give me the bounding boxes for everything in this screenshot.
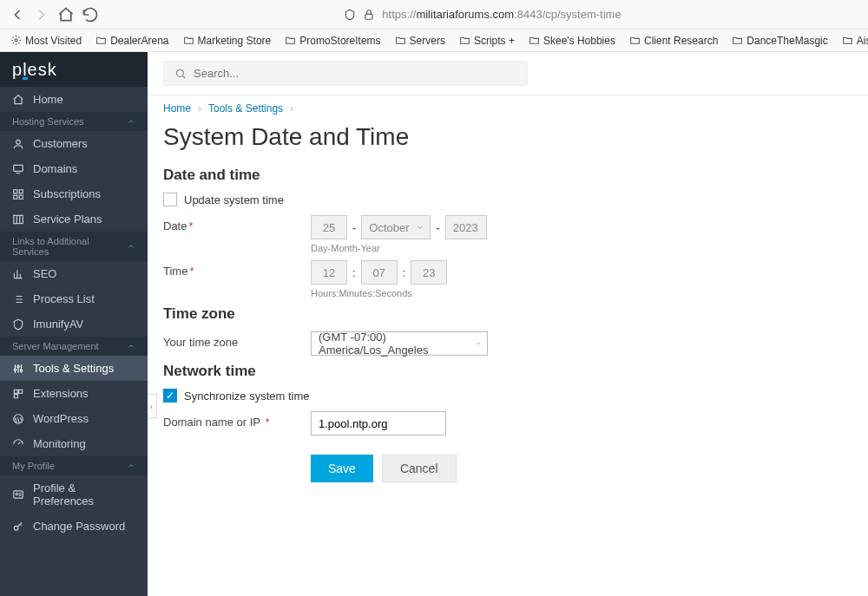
svg-rect-5 (19, 189, 23, 193)
svg-rect-6 (14, 195, 17, 199)
chevron-up-icon (127, 342, 135, 350)
svg-point-1 (15, 39, 17, 42)
forward-button[interactable] (33, 6, 50, 23)
checkbox-icon[interactable] (163, 193, 177, 206)
bookmark-item[interactable]: Most Visited (5, 33, 87, 49)
update-system-time-checkbox[interactable]: Update system time (163, 193, 852, 206)
list-icon (12, 293, 24, 305)
main-content: ‹ Home › Tools & Settings › System Date … (148, 52, 868, 596)
sidebar-subscriptions[interactable]: Subscriptions (0, 181, 148, 206)
date-month-select[interactable]: October (361, 215, 431, 239)
chart-icon (12, 268, 24, 280)
sidebar-item-label: WordPress (33, 412, 89, 425)
bookmark-item[interactable]: DealerArena (90, 33, 174, 49)
sidebar-processlist[interactable]: Process List (0, 286, 148, 311)
bookmark-item[interactable]: Aisin Website (837, 33, 868, 49)
bookmark-item[interactable]: Skee's Hobbies (523, 33, 621, 49)
sync-system-time-checkbox[interactable]: Synchronize system time (163, 389, 852, 403)
sidebar-section-profile[interactable]: My Profile (0, 456, 148, 475)
wordpress-icon (12, 413, 24, 425)
bookmark-label: DanceTheMasgic (746, 35, 827, 47)
chevron-up-icon (127, 117, 135, 126)
sidebar-imunify[interactable]: ImunifyAV (0, 311, 148, 337)
sidebar-item-label: Change Password (33, 520, 125, 533)
svg-rect-13 (14, 491, 23, 498)
date-day-input[interactable]: 25 (311, 215, 347, 239)
sidebar-wordpress[interactable]: WordPress (0, 406, 148, 431)
date-hint: Day-Month-Year (311, 243, 852, 253)
bookmark-label: Most Visited (25, 35, 82, 47)
sidebar-monitoring[interactable]: Monitoring (0, 431, 148, 456)
time-seconds-input[interactable]: 23 (411, 260, 447, 285)
sidebar-customers[interactable]: Customers (0, 131, 148, 156)
chevron-up-icon (127, 242, 135, 251)
address-bar[interactable]: https://militariaforums.com:8443/cp/syst… (335, 5, 629, 23)
sidebar: plesk Home Hosting Services Customers Do… (0, 52, 148, 596)
sidebar-item-label: SEO (33, 267, 56, 280)
checkbox-label: Update system time (184, 193, 284, 206)
section-network: Network time (163, 363, 852, 380)
svg-rect-0 (365, 14, 372, 19)
sidebar-tools[interactable]: Tools & Settings (0, 356, 148, 381)
checkbox-icon[interactable] (163, 389, 177, 403)
chevron-down-icon (475, 339, 482, 348)
sidebar-password[interactable]: Change Password (0, 514, 148, 539)
sidebar-item-label: Monitoring (33, 437, 86, 450)
chevron-right-icon: › (290, 102, 293, 115)
columns-icon (12, 213, 24, 226)
date-year-input[interactable]: 2023 (445, 215, 487, 239)
svg-point-2 (16, 140, 21, 144)
sidebar-profile[interactable]: Profile & Preferences (0, 475, 148, 514)
shield-icon (344, 9, 356, 21)
time-hours-input[interactable]: 12 (311, 260, 347, 285)
svg-rect-11 (14, 394, 17, 397)
bookmark-item[interactable]: Client Research (624, 33, 723, 49)
sidebar-section-server[interactable]: Server Management (0, 337, 148, 356)
monitor-icon (12, 163, 24, 175)
time-hint: Hours:Minutes:Seconds (311, 288, 852, 298)
svg-rect-7 (19, 195, 23, 199)
save-button[interactable]: Save (311, 455, 373, 482)
sidebar-section-hosting[interactable]: Hosting Services (0, 112, 148, 131)
chevron-down-icon (416, 223, 424, 232)
back-button[interactable] (9, 6, 26, 23)
timezone-select[interactable]: (GMT -07:00) America/Los_Angeles (311, 331, 488, 356)
key-icon (12, 521, 24, 533)
puzzle-icon (12, 388, 24, 400)
sidebar-section-links[interactable]: Links to Additional Services (0, 232, 148, 261)
time-minutes-input[interactable]: 07 (361, 260, 398, 285)
chevron-up-icon (127, 462, 135, 470)
bookmark-item[interactable]: Scripts + (454, 33, 520, 49)
bookmark-label: Scripts + (474, 35, 515, 47)
sidebar-seo[interactable]: SEO (0, 261, 148, 286)
breadcrumb-tools[interactable]: Tools & Settings (208, 102, 283, 115)
sidebar-extensions[interactable]: Extensions (0, 381, 148, 406)
logo[interactable]: plesk (0, 52, 148, 87)
lock-icon (363, 9, 375, 21)
section-datetime: Date and time (163, 167, 852, 184)
bookmark-item[interactable]: PromoStoreItems (279, 33, 385, 49)
bookmark-label: Marketing Store (198, 35, 272, 47)
bookmark-item[interactable]: Servers (390, 33, 450, 49)
bookmark-item[interactable]: DanceTheMasgic (727, 33, 832, 49)
search-input[interactable] (194, 67, 516, 80)
sidebar-item-label: Home (33, 93, 63, 106)
bookmark-label: Servers (410, 35, 445, 47)
section-timezone: Time zone (163, 305, 852, 323)
svg-rect-9 (14, 390, 17, 393)
collapse-sidebar-handle[interactable]: ‹ (148, 394, 157, 418)
sidebar-item-label: Service Plans (33, 213, 102, 226)
chevron-right-icon: › (198, 102, 201, 115)
cancel-button[interactable]: Cancel (382, 455, 457, 482)
breadcrumb-home[interactable]: Home (163, 102, 191, 115)
domain-ip-input[interactable] (311, 411, 446, 436)
reload-button[interactable] (82, 6, 99, 23)
sidebar-home[interactable]: Home (0, 87, 148, 112)
browser-navbar: https://militariaforums.com:8443/cp/syst… (0, 0, 868, 29)
search-box[interactable] (163, 61, 528, 86)
home-button[interactable] (57, 6, 75, 23)
sidebar-item-label: Profile & Preferences (33, 481, 135, 508)
sidebar-serviceplans[interactable]: Service Plans (0, 206, 148, 232)
sidebar-domains[interactable]: Domains (0, 156, 148, 181)
bookmark-item[interactable]: Marketing Store (178, 33, 277, 49)
